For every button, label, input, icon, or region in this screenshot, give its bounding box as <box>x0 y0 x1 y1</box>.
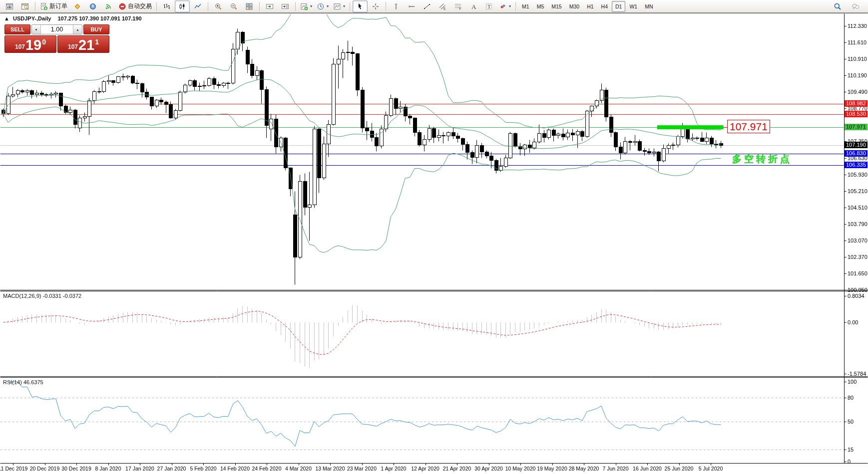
chart-shift-button[interactable] <box>278 0 293 12</box>
metaeditor-icon <box>73 2 81 10</box>
buy-price-big: 21 <box>78 38 94 52</box>
rsi-scale-tick: 15 <box>848 447 854 453</box>
date-axis-label: 17 Jan 2020 <box>125 466 154 472</box>
search-button[interactable] <box>830 0 845 12</box>
bar-chart-button[interactable] <box>159 0 174 12</box>
timeframe-m1[interactable]: M1 <box>518 1 533 12</box>
sell-button[interactable]: SELL <box>4 24 30 34</box>
new-order-button[interactable]: 新订单 <box>38 0 69 12</box>
buy-price-box[interactable]: 107 21 1 <box>57 35 109 53</box>
sell-price-box[interactable]: 107 19 0 <box>4 35 56 53</box>
annotation-note[interactable]: 多空转折点 <box>732 153 792 166</box>
channel-icon: E <box>438 2 446 10</box>
price-chart-canvas[interactable] <box>0 0 868 474</box>
auto-scroll-button[interactable] <box>262 0 277 12</box>
date-axis-label: 5 Feb 2020 <box>190 466 216 472</box>
timeframe-m30[interactable]: M30 <box>566 1 583 12</box>
arrows-button[interactable]: ▾ <box>497 0 513 12</box>
signals-button[interactable] <box>101 0 116 12</box>
line-icon <box>194 2 202 10</box>
buy-button[interactable]: BUY <box>83 24 109 34</box>
chart-window-button[interactable] <box>2 0 17 12</box>
signals-icon <box>104 2 112 10</box>
fibonacci-button[interactable]: F <box>450 0 465 12</box>
hline-button[interactable] <box>404 0 419 12</box>
zoom-out-button[interactable] <box>226 0 241 12</box>
profiles-button[interactable] <box>17 0 32 12</box>
toolbar-separator <box>156 2 157 11</box>
volume-down-button[interactable]: ▼ <box>32 25 41 34</box>
trendline-button[interactable] <box>420 0 434 12</box>
toolbar-separator <box>386 2 386 11</box>
svg-text:E: E <box>443 6 446 10</box>
crosshair-icon <box>372 2 380 10</box>
level-price-label[interactable]: 108.982 <box>845 100 868 107</box>
rsi-scale-tick: 0 <box>848 459 851 465</box>
rsi-scale-tick: 80 <box>848 395 854 401</box>
chevron-down-icon: ▾ <box>327 4 329 8</box>
date-axis-label: 16 Jun 2020 <box>633 466 662 472</box>
text-button[interactable]: A <box>466 0 481 12</box>
price-axis-tick: 102.370 <box>848 254 868 260</box>
level-price-label[interactable]: 106.335 <box>845 162 868 168</box>
date-axis-label: 8 Jan 2020 <box>95 466 121 472</box>
templates-button[interactable]: ▾ <box>331 0 347 12</box>
cursor-button[interactable] <box>353 0 368 12</box>
crosshair-button[interactable] <box>368 0 383 12</box>
mt4-window: 新订单自动交易▾▾▾EFAT▾M1M5M15M30H1H4D1W1MN ▲ US… <box>0 0 868 474</box>
toolbar-separator <box>350 2 350 11</box>
chat-icon <box>852 2 860 10</box>
autoscroll-icon <box>266 2 274 10</box>
zoom-in-button[interactable] <box>211 0 226 12</box>
timeframe-h1[interactable]: H1 <box>583 1 597 12</box>
channel-button[interactable]: E <box>435 0 450 12</box>
metaeditor-button[interactable] <box>70 0 85 12</box>
periods-button[interactable]: ▾ <box>315 0 331 12</box>
timeframe-m5[interactable]: M5 <box>533 1 548 12</box>
volume-input[interactable]: 1.00 <box>41 25 73 34</box>
arrows-icon <box>499 2 507 10</box>
price-axis-tick: 103.790 <box>848 222 868 227</box>
buy-price-pip: 1 <box>95 38 99 46</box>
timeframe-d1[interactable]: D1 <box>612 1 625 12</box>
sell-price-big: 19 <box>25 38 41 52</box>
volume-stepper: ▼ 1.00 ▲ <box>31 24 82 34</box>
date-axis-label: 7 Jun 2020 <box>603 466 629 472</box>
chevron-down-icon: ▾ <box>343 4 345 8</box>
rsi-scale-tick: 100 <box>848 379 857 385</box>
macd-scale-min: -1.5784 <box>848 371 866 377</box>
level-price-label[interactable]: 107.971 <box>845 124 868 130</box>
collapse-icon[interactable]: ▲ <box>4 15 9 21</box>
price-callout-label[interactable]: 107.971 <box>727 120 770 133</box>
indicators-button[interactable]: ▾ <box>298 0 314 12</box>
date-axis-label: 25 Jun 2020 <box>665 466 694 472</box>
line-chart-button[interactable] <box>190 0 205 12</box>
chevron-down-icon: ▾ <box>310 4 312 8</box>
timeframe-mn[interactable]: MN <box>641 1 656 12</box>
timeframe-m15[interactable]: M15 <box>548 1 565 12</box>
volume-up-button[interactable]: ▲ <box>73 25 82 34</box>
sell-price-pip: 0 <box>42 38 46 46</box>
timeframe-w1[interactable]: W1 <box>626 1 641 12</box>
chart-window-icon <box>5 2 13 10</box>
label-button[interactable]: T <box>481 0 496 12</box>
template-icon <box>333 2 341 10</box>
toolbar-separator <box>208 2 208 11</box>
tile-icon <box>245 2 253 10</box>
terminal-button[interactable] <box>85 0 100 12</box>
terminal-icon <box>89 2 97 10</box>
tile-windows-button[interactable] <box>242 0 257 12</box>
timeframe-h4[interactable]: H4 <box>598 1 611 12</box>
date-axis-label: 12 Apr 2020 <box>411 466 439 472</box>
level-price-label[interactable]: 108.530 <box>845 111 868 117</box>
candles-icon <box>178 2 186 10</box>
chat-button[interactable] <box>848 0 863 12</box>
candle-chart-button[interactable] <box>175 0 190 12</box>
vline-button[interactable] <box>389 0 404 12</box>
zoom-out-icon <box>230 2 238 10</box>
level-price-label[interactable]: 106.830 <box>845 150 868 157</box>
autotrading-button[interactable]: 自动交易 <box>116 0 154 12</box>
current-price-label: 107.190 <box>845 142 868 148</box>
sell-price-handle: 107 <box>15 43 25 50</box>
macd-scale-zero: 0.00 <box>848 320 858 325</box>
